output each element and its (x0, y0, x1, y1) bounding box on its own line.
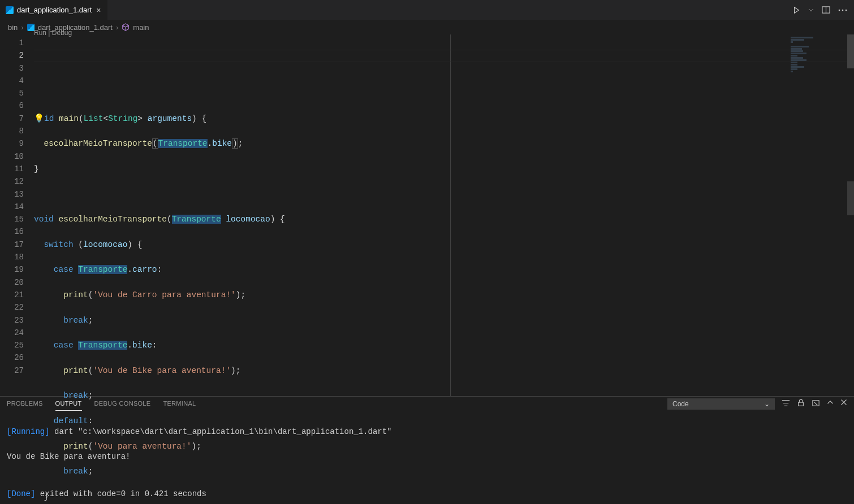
codelens-run-debug[interactable]: Run | Debug (34, 27, 72, 39)
dart-file-icon (27, 24, 34, 31)
scrollbar[interactable] (847, 34, 854, 396)
close-icon[interactable]: × (95, 5, 102, 16)
current-line-highlight (34, 50, 854, 62)
line-gutter: 1 2 3 4 5 6 7 8 9 10 11 12 13 14 15 16 1… (0, 34, 34, 396)
chevron-right-icon: › (21, 23, 23, 32)
editor[interactable]: 1 2 3 4 5 6 7 8 9 10 11 12 13 14 15 16 1… (0, 34, 854, 396)
scrollbar-thumb[interactable] (847, 181, 854, 215)
breadcrumb-item[interactable]: bin (8, 23, 18, 32)
svg-point-2 (839, 9, 840, 11)
file-tab[interactable]: dart_application_1.dart × (0, 0, 108, 20)
scrollbar-thumb[interactable] (847, 34, 854, 68)
split-editor-icon[interactable] (822, 6, 830, 14)
minimap[interactable] (791, 37, 847, 150)
code-content[interactable]: Run | Debug 💡id main(List<String> argume… (34, 34, 854, 396)
chevron-right-icon: › (116, 23, 118, 32)
svg-point-4 (846, 9, 847, 11)
lightbulb-icon[interactable]: 💡 (34, 114, 44, 123)
more-icon[interactable] (838, 9, 847, 11)
breadcrumb-item[interactable]: main (133, 23, 149, 32)
tab-title: dart_application_1.dart (17, 6, 92, 14)
tab-bar: dart_application_1.dart × (0, 0, 854, 20)
svg-point-3 (842, 9, 844, 11)
breadcrumb[interactable]: bin › dart_application_1.dart › main (0, 20, 854, 34)
dart-file-icon (6, 6, 14, 14)
run-icon[interactable] (792, 6, 800, 14)
method-icon (122, 23, 130, 31)
chevron-down-icon[interactable] (808, 7, 814, 13)
